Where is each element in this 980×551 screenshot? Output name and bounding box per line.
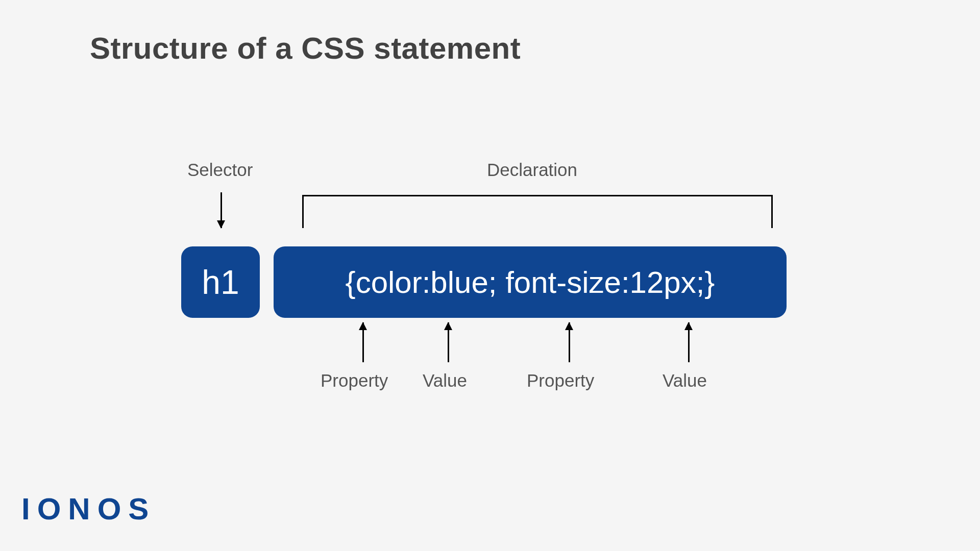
arrow-property-2: [569, 322, 570, 362]
selector-box: h1: [181, 246, 260, 318]
diagram-stage: Structure of a CSS statement Selector De…: [0, 0, 980, 551]
label-property-2: Property: [527, 370, 594, 391]
declaration-bracket: [302, 195, 773, 228]
page-title: Structure of a CSS statement: [90, 31, 521, 66]
arrow-value-1: [448, 322, 449, 362]
declaration-box: {color:blue; font-size:12px;}: [274, 246, 787, 318]
label-declaration: Declaration: [487, 160, 577, 180]
arrow-selector: [220, 192, 222, 228]
label-selector: Selector: [187, 160, 253, 180]
label-value-1: Value: [423, 370, 467, 391]
label-value-2: Value: [663, 370, 707, 391]
arrow-property-1: [362, 322, 364, 362]
label-property-1: Property: [321, 370, 388, 391]
arrow-value-2: [688, 322, 690, 362]
brand-logo: IONOS: [21, 491, 156, 527]
